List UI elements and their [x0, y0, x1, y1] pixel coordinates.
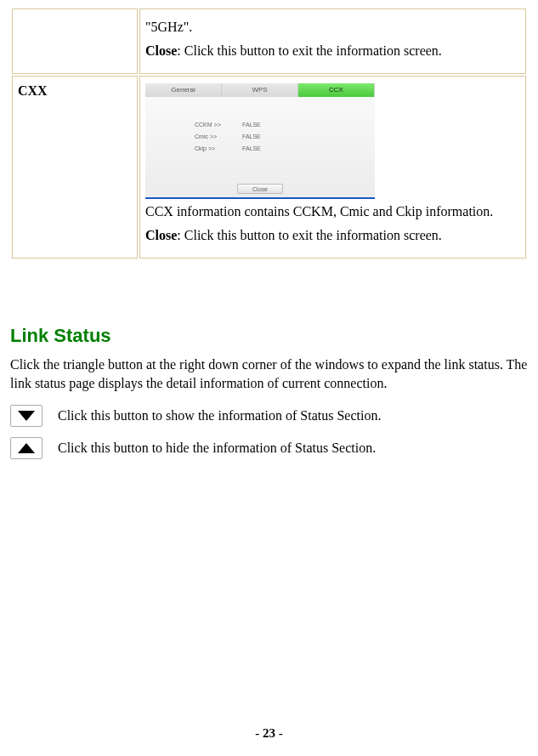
tab-wps[interactable]: WPS — [222, 83, 298, 97]
row1-desc: "5GHz". Close: Click this button to exit… — [139, 9, 526, 74]
tab-ccx[interactable]: CCX — [298, 83, 375, 97]
expand-desc: Click this button to show the informatio… — [58, 405, 381, 427]
svg-marker-0 — [18, 411, 35, 421]
row2-label: CXX — [12, 76, 138, 259]
triangle-up-button[interactable] — [10, 437, 42, 459]
row2-close-text: : Click this button to exit the informat… — [177, 228, 442, 242]
row2-desc: General WPS CCX CCKM >> FALSE Cmic >> FA… — [139, 76, 526, 259]
expand-button-row: Click this button to show the informatio… — [10, 405, 528, 427]
ckip-val: FALSE — [242, 145, 261, 152]
cckm-val: FALSE — [242, 121, 261, 128]
cmic-key: Cmic >> — [195, 133, 235, 140]
triangle-down-icon — [17, 410, 36, 422]
ckip-key: Ckip >> — [195, 145, 235, 152]
page-number: - 23 - — [0, 726, 538, 741]
description-table: "5GHz". Close: Click this button to exit… — [10, 7, 528, 260]
section-intro: Click the triangle button at the right d… — [10, 355, 528, 392]
svg-marker-1 — [18, 443, 35, 453]
screenshot-close-button[interactable]: Close — [237, 184, 283, 194]
triangle-up-icon — [17, 442, 36, 454]
row2-close-label: Close — [145, 228, 177, 242]
row1-close-label: Close — [145, 43, 177, 58]
triangle-down-button[interactable] — [10, 405, 42, 427]
row2-para: CCX information contains CCKM, Cmic and … — [145, 202, 520, 221]
collapse-button-row: Click this button to hide the informatio… — [10, 437, 528, 459]
section-title: Link Status — [10, 325, 528, 347]
cckm-key: CCKM >> — [195, 121, 235, 128]
row1-close-text: : Click this button to exit the informat… — [177, 43, 442, 58]
ccx-screenshot: General WPS CCX CCKM >> FALSE Cmic >> FA… — [145, 83, 375, 199]
tab-general[interactable]: General — [145, 83, 222, 97]
cmic-val: FALSE — [242, 133, 261, 140]
row1-line1: "5GHz". — [145, 20, 192, 34]
collapse-desc: Click this button to hide the informatio… — [58, 437, 376, 459]
row1-label — [12, 9, 138, 74]
